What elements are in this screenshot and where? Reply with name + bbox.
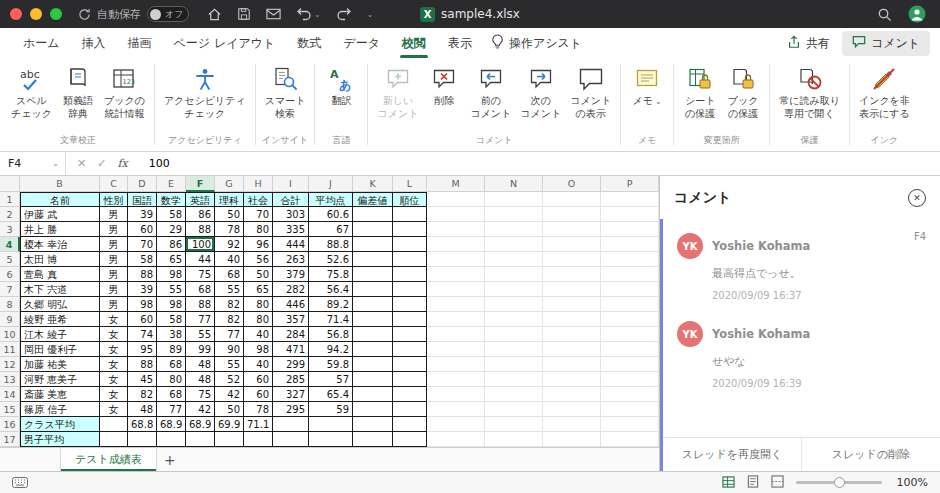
cell-K15[interactable] xyxy=(353,402,393,417)
cell-B12[interactable]: 加藤 祐美 xyxy=(20,357,100,372)
cell-L17[interactable] xyxy=(393,432,427,447)
cell-K7[interactable] xyxy=(353,282,393,297)
column-header-K[interactable]: K xyxy=(353,176,393,192)
zoom-slider[interactable] xyxy=(796,481,882,484)
row-header-10[interactable]: 10 xyxy=(0,327,20,342)
cell-F14[interactable]: 75 xyxy=(186,387,215,402)
cell-G1[interactable]: 理科 xyxy=(215,192,244,207)
fullscreen-window-button[interactable] xyxy=(50,8,62,20)
cell-E5[interactable]: 65 xyxy=(157,252,186,267)
autosave-control[interactable]: 自動保存 オフ xyxy=(78,6,189,22)
cell-J10[interactable]: 56.8 xyxy=(309,327,353,342)
cell-N9[interactable] xyxy=(485,312,543,327)
cell-G2[interactable]: 50 xyxy=(215,207,244,222)
cell-O16[interactable] xyxy=(543,417,601,432)
cell-P12[interactable] xyxy=(601,357,659,372)
cell-J3[interactable]: 67 xyxy=(309,222,353,237)
cell-M16[interactable] xyxy=(427,417,485,432)
cell-L4[interactable] xyxy=(393,237,427,252)
cell-O17[interactable] xyxy=(543,432,601,447)
cell-E1[interactable]: 数学 xyxy=(157,192,186,207)
cell-J7[interactable]: 56.4 xyxy=(309,282,353,297)
cell-M15[interactable] xyxy=(427,402,485,417)
cell-L3[interactable] xyxy=(393,222,427,237)
row-header-2[interactable]: 2 xyxy=(0,207,20,222)
insert-function-icon[interactable]: fx xyxy=(117,157,127,170)
cell-E7[interactable]: 55 xyxy=(157,282,186,297)
cell-D12[interactable]: 88 xyxy=(128,357,157,372)
cell-H11[interactable]: 98 xyxy=(244,342,273,357)
cell-K3[interactable] xyxy=(353,222,393,237)
cell-I7[interactable]: 282 xyxy=(273,282,309,297)
cell-L11[interactable] xyxy=(393,342,427,357)
cell-B15[interactable]: 篠原 信子 xyxy=(20,402,100,417)
cell-K12[interactable] xyxy=(353,357,393,372)
cell-H12[interactable]: 40 xyxy=(244,357,273,372)
row-header-1[interactable]: 1 xyxy=(0,192,20,207)
cell-P10[interactable] xyxy=(601,327,659,342)
cell-C1[interactable]: 性別 xyxy=(100,192,128,207)
tab-数式[interactable]: 数式 xyxy=(286,28,332,58)
cell-K1[interactable]: 偏差値 xyxy=(353,192,393,207)
cell-D13[interactable]: 45 xyxy=(128,372,157,387)
cell-B13[interactable]: 河野 恵美子 xyxy=(20,372,100,387)
cell-M12[interactable] xyxy=(427,357,485,372)
cell-P15[interactable] xyxy=(601,402,659,417)
cell-C10[interactable]: 女 xyxy=(100,327,128,342)
cell-B4[interactable]: 榎本 幸治 xyxy=(20,237,100,252)
column-header-I[interactable]: I xyxy=(273,176,309,192)
cell-K5[interactable] xyxy=(353,252,393,267)
cell-I10[interactable]: 284 xyxy=(273,327,309,342)
cell-F6[interactable]: 75 xyxy=(186,267,215,282)
cell-O11[interactable] xyxy=(543,342,601,357)
cell-G7[interactable]: 55 xyxy=(215,282,244,297)
cell-E13[interactable]: 80 xyxy=(157,372,186,387)
cell-B9[interactable]: 綾野 亜希 xyxy=(20,312,100,327)
cell-J1[interactable]: 平均点 xyxy=(309,192,353,207)
column-header-B[interactable]: B xyxy=(20,176,100,192)
protect-sheet-button[interactable]: シートの保護 xyxy=(679,62,721,122)
cell-C13[interactable]: 女 xyxy=(100,372,128,387)
cell-H10[interactable]: 40 xyxy=(244,327,273,342)
cell-D8[interactable]: 98 xyxy=(128,297,157,312)
cell-M1[interactable] xyxy=(427,192,485,207)
row-header-4[interactable]: 4 xyxy=(0,237,20,252)
cell-O14[interactable] xyxy=(543,387,601,402)
cell-P8[interactable] xyxy=(601,297,659,312)
cell-B1[interactable]: 名前 xyxy=(20,192,100,207)
cell-N3[interactable] xyxy=(485,222,543,237)
cell-O6[interactable] xyxy=(543,267,601,282)
cell-P7[interactable] xyxy=(601,282,659,297)
cell-F16[interactable]: 68.9 xyxy=(186,417,215,432)
cell-P5[interactable] xyxy=(601,252,659,267)
cell-N4[interactable] xyxy=(485,237,543,252)
row-header-12[interactable]: 12 xyxy=(0,357,20,372)
column-header-G[interactable]: G xyxy=(215,176,244,192)
cell-I1[interactable]: 合計 xyxy=(273,192,309,207)
cell-J4[interactable]: 88.8 xyxy=(309,237,353,252)
cell-N1[interactable] xyxy=(485,192,543,207)
add-sheet-button[interactable]: + xyxy=(157,448,183,471)
cell-P6[interactable] xyxy=(601,267,659,282)
cell-M4[interactable] xyxy=(427,237,485,252)
cell-C2[interactable]: 男 xyxy=(100,207,128,222)
cell-G3[interactable]: 78 xyxy=(215,222,244,237)
cell-F10[interactable]: 55 xyxy=(186,327,215,342)
cell-M7[interactable] xyxy=(427,282,485,297)
cell-C8[interactable]: 男 xyxy=(100,297,128,312)
always-read-only-button[interactable]: 常に読み取り専用で開く xyxy=(775,62,844,122)
cell-I13[interactable]: 285 xyxy=(273,372,309,387)
cell-E9[interactable]: 58 xyxy=(157,312,186,327)
cell-B5[interactable]: 太田 博 xyxy=(20,252,100,267)
cell-C3[interactable]: 男 xyxy=(100,222,128,237)
cell-H3[interactable]: 80 xyxy=(244,222,273,237)
tab-ホーム[interactable]: ホーム xyxy=(12,28,71,58)
cell-I12[interactable]: 299 xyxy=(273,357,309,372)
cell-B6[interactable]: 萱島 真 xyxy=(20,267,100,282)
cell-L1[interactable]: 順位 xyxy=(393,192,427,207)
cell-I4[interactable]: 444 xyxy=(273,237,309,252)
cell-G14[interactable]: 42 xyxy=(215,387,244,402)
cell-F12[interactable]: 48 xyxy=(186,357,215,372)
cell-I9[interactable]: 357 xyxy=(273,312,309,327)
cell-C6[interactable]: 男 xyxy=(100,267,128,282)
